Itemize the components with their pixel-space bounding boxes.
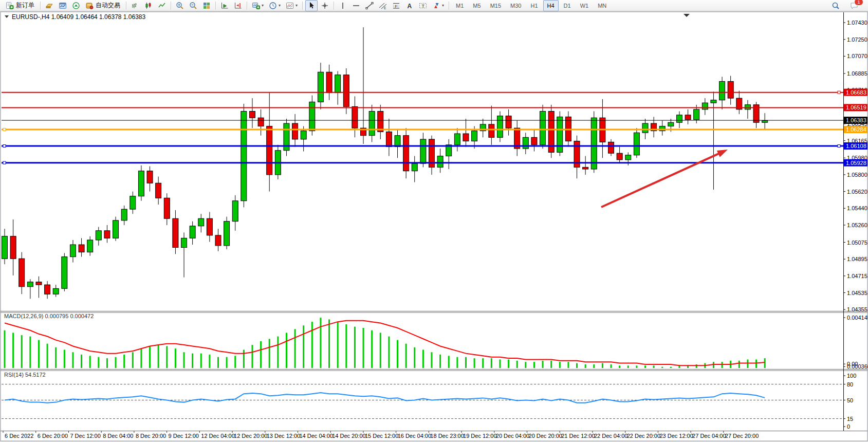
candle-body [70,245,76,257]
signals-button[interactable] [70,0,82,11]
vertical-line-button[interactable] [337,0,349,11]
macd-histogram-bar [533,362,535,368]
date-label: 27 Dec 20:00 [725,433,759,439]
candle-chart-button[interactable] [142,0,155,11]
macd-histogram-bar [414,347,415,368]
notifications-button[interactable]: 1 [848,0,860,11]
periods-button[interactable]: ▾ [267,0,283,11]
line-handle[interactable] [3,161,6,164]
line-handle[interactable] [3,145,6,148]
chart-window-button[interactable] [57,0,69,11]
zoom-out-button[interactable] [187,0,199,11]
horizontal-line-button[interactable] [350,0,362,11]
new-chart-button[interactable]: ▾ [250,0,266,11]
text-button[interactable]: A [403,0,416,11]
macd-histogram-bar [115,357,117,368]
macd-histogram-bar [636,365,637,368]
macd-histogram-bar [149,346,151,368]
macd-histogram-bar [217,357,219,368]
macd-histogram-bar [755,359,757,368]
chart-window[interactable] [1,12,867,441]
equidistant-channel-button[interactable]: E [377,0,389,11]
trendline-button[interactable] [363,0,376,11]
macd-histogram-bar [55,347,57,368]
macd-histogram-bar [422,350,424,368]
auto-scroll-button[interactable] [218,0,231,11]
rsi-axis-label: 100 [847,373,856,379]
gold-icon [45,2,53,10]
crosshair-button[interactable] [319,0,331,11]
macd-histogram-bar [21,335,23,368]
macd-histogram-bar [200,354,202,368]
candle-body [215,235,221,246]
tf-h4-button[interactable]: H4 [543,0,559,11]
chartwin-icon [59,2,67,10]
macd-histogram-bar [713,362,714,368]
candle-body [642,123,648,133]
arrows-button[interactable]: ▾ [430,0,446,11]
cursor-button[interactable] [305,0,318,11]
chartshift-icon [234,2,242,10]
auto-trading-button[interactable]: 自动交易 [83,0,123,11]
text-label-button[interactable]: T [417,0,429,11]
fibo-icon: F [392,2,400,10]
tf-m5-button[interactable]: M5 [469,0,485,11]
candle-body [147,171,153,183]
macd-histogram-bar [106,358,108,368]
macd-histogram-bar [491,358,492,368]
tf-h1-button[interactable]: H1 [526,0,542,11]
macd-histogram-bar [431,352,433,368]
candle-body [676,115,682,123]
macd-histogram-bar [140,348,142,368]
price-tick-label: 1.06885 [847,70,867,77]
line-handle[interactable] [3,128,6,131]
neworder-icon [6,2,14,10]
macd-histogram-bar [525,362,526,368]
macd-histogram-bar [337,322,339,368]
search-button[interactable] [829,0,842,11]
notification-badge: 1 [854,0,863,6]
chevron-down-icon: ▾ [279,3,281,8]
tf-m1-button[interactable]: M1 [452,0,468,11]
date-label: 13 Dec 12:00 [267,433,300,439]
candle-body [10,236,16,259]
candle-body [386,132,392,146]
tf-d1-button[interactable]: D1 [560,0,575,11]
tile-icon [202,2,211,10]
candle-body [121,209,127,220]
line-handle[interactable] [838,91,840,94]
macd-histogram-bar [260,341,262,368]
tile-windows-button[interactable] [200,0,213,11]
fibonacci-button[interactable]: F [390,0,402,11]
line-chart-button[interactable] [156,0,168,11]
macd-histogram-bar [439,355,441,368]
candle-body [241,111,247,200]
macd-histogram-bar [269,339,270,368]
chart-shift-button[interactable] [232,0,244,11]
market-depth-button[interactable] [43,0,56,11]
price-level-badge-text: 1.06683 [846,89,866,96]
price-tick-label: 1.05620 [847,189,867,195]
tf-w1-button[interactable]: W1 [576,0,593,11]
bar-chart-button[interactable] [129,0,141,11]
chart-canvas[interactable]: 1.074301.072501.070701.068851.067101.065… [0,0,868,442]
rsi-axis-label: 50 [847,397,853,403]
zoom-in-button[interactable] [174,0,186,11]
tf-m30-button[interactable]: M30 [506,0,525,11]
tf-m15-button[interactable]: M15 [486,0,505,11]
price-tick-label: 1.07250 [847,36,867,43]
tf-h4-button-label: H4 [545,3,557,9]
templates-button[interactable]: ▾ [284,0,300,11]
macd-histogram-bar [234,356,236,368]
price-level-badge-text: 1.05928 [846,160,866,166]
tf-w1-button-label: W1 [578,3,591,9]
candle-body [36,282,42,285]
candle-body [617,153,622,160]
textlabel-icon: T [419,2,427,10]
tf-mn-button[interactable]: MN [594,0,611,11]
line-handle[interactable] [838,145,840,148]
macd-histogram-bar [559,362,561,368]
candle-body [2,236,8,259]
new-order-button[interactable]: 新订单 [4,0,38,11]
rsi-axis-label: 80 [847,381,853,388]
